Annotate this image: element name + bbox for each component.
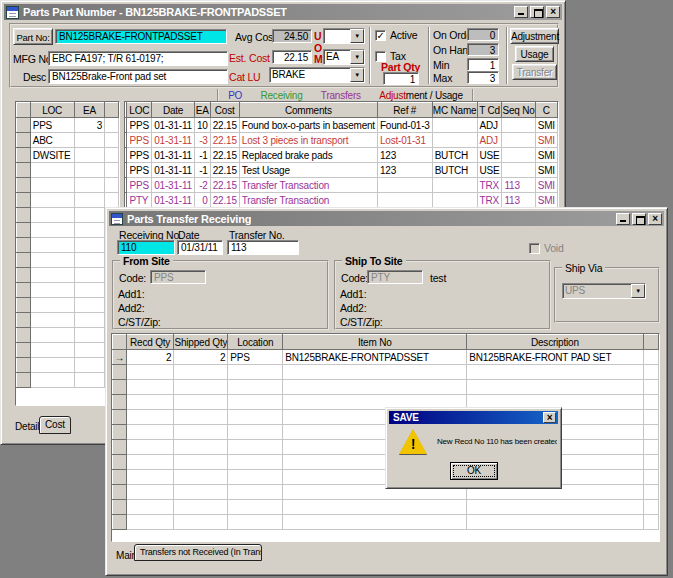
cell[interactable] (126, 485, 174, 500)
cell[interactable]: -1 (194, 148, 210, 163)
cell[interactable]: SMI (535, 148, 557, 163)
cell[interactable]: 113 (502, 193, 535, 208)
row-header[interactable] (17, 253, 31, 268)
column-header[interactable]: Seq No (502, 103, 535, 118)
row-header[interactable]: → (113, 350, 127, 365)
row-header[interactable] (17, 373, 31, 388)
cell[interactable] (643, 515, 658, 530)
cell[interactable] (30, 253, 74, 268)
cell[interactable]: -1 (194, 163, 210, 178)
column-header[interactable]: Cost (210, 103, 239, 118)
cell[interactable] (228, 440, 283, 455)
row-header[interactable] (17, 238, 31, 253)
cell[interactable] (30, 298, 74, 313)
cell[interactable] (126, 500, 174, 515)
cell[interactable] (126, 515, 174, 530)
cell[interactable] (643, 425, 658, 440)
cell[interactable]: ADJ (477, 118, 502, 133)
tab-transfers-not-received[interactable]: Transfers not Received (In Transit) (134, 544, 262, 561)
row-header[interactable] (17, 313, 31, 328)
uom1-combobox[interactable]: ▼ (323, 28, 365, 44)
row-header[interactable] (113, 395, 127, 410)
cell[interactable]: 01-31-11 (152, 148, 195, 163)
row-header[interactable] (17, 163, 31, 178)
cell[interactable]: 113 (502, 178, 535, 193)
cell[interactable] (30, 283, 74, 298)
cell[interactable]: SMI (535, 193, 557, 208)
row-header[interactable] (17, 358, 31, 373)
cell[interactable]: 01-31-11 (152, 178, 195, 193)
row-header[interactable] (113, 485, 127, 500)
max-input[interactable]: 3 (467, 71, 499, 84)
main-titlebar[interactable]: Parts Part Number - BN125BRAKE-FRONTPADS… (4, 4, 562, 20)
cell[interactable]: 3 (74, 118, 105, 133)
close-icon[interactable]: × (543, 412, 556, 423)
cell[interactable]: Replaced brake pads (239, 148, 377, 163)
cell[interactable] (74, 298, 105, 313)
cell[interactable] (74, 283, 105, 298)
mfg-no-input[interactable]: EBC FA197; T/R 61-0197; (48, 51, 228, 66)
column-header[interactable]: Recd Qty (126, 335, 174, 350)
usage-button[interactable]: Usage (515, 46, 554, 62)
cell[interactable] (283, 500, 467, 515)
cell[interactable]: 22.15 (210, 118, 239, 133)
cell[interactable]: SMI (535, 163, 557, 178)
cell[interactable]: 01-31-11 (152, 163, 195, 178)
desc-input[interactable]: BN125Brake-Front pad set (48, 69, 228, 84)
cell[interactable]: PPS (127, 163, 152, 178)
cell[interactable]: 01-31-11 (152, 118, 195, 133)
column-header[interactable]: Location (228, 335, 283, 350)
cell[interactable] (228, 365, 283, 380)
cell[interactable] (30, 163, 74, 178)
row-header[interactable] (113, 380, 127, 395)
chevron-down-icon[interactable]: ▼ (350, 50, 364, 64)
column-header[interactable]: Description (467, 335, 643, 350)
cell[interactable] (174, 470, 228, 485)
row-header[interactable] (113, 515, 127, 530)
adjustment-button[interactable]: Adjustment (510, 28, 559, 44)
cell[interactable]: -2 (194, 178, 210, 193)
cell[interactable] (174, 500, 228, 515)
cell[interactable]: BUTCH (432, 148, 477, 163)
cell[interactable]: PPS (127, 178, 152, 193)
cell[interactable]: 22.15 (210, 193, 239, 208)
cell[interactable] (74, 133, 105, 148)
cell[interactable] (30, 223, 74, 238)
column-header[interactable] (105, 103, 119, 118)
chevron-down-icon[interactable]: ▼ (350, 29, 364, 43)
cell[interactable] (105, 148, 119, 163)
cell[interactable]: BUTCH (432, 163, 477, 178)
cell[interactable] (643, 410, 658, 425)
cell[interactable]: Transfer Transaction (239, 193, 377, 208)
row-header[interactable] (113, 455, 127, 470)
cell[interactable]: PTY (127, 193, 152, 208)
cell[interactable] (126, 365, 174, 380)
cell[interactable] (74, 193, 105, 208)
cell[interactable] (228, 425, 283, 440)
cell[interactable]: 01-31-11 (152, 133, 195, 148)
cell[interactable] (643, 395, 658, 410)
cell[interactable]: BN125BRAKE-FRONTPADSSET (283, 350, 467, 365)
row-header[interactable] (113, 470, 127, 485)
cell[interactable]: ADJ (477, 133, 502, 148)
cell[interactable] (30, 208, 74, 223)
active-checkbox[interactable]: ✓Active (375, 29, 417, 41)
column-header[interactable]: Shipped Qty (174, 335, 228, 350)
cell[interactable] (30, 268, 74, 283)
cell[interactable] (643, 485, 658, 500)
cell[interactable]: 22.15 (210, 133, 239, 148)
est-cost-input[interactable]: 22.15 (272, 50, 312, 64)
cell[interactable] (432, 193, 477, 208)
cell[interactable] (105, 193, 119, 208)
column-header[interactable] (17, 103, 31, 118)
cell[interactable] (283, 380, 467, 395)
cell[interactable]: TRX (477, 178, 502, 193)
cell[interactable] (174, 380, 228, 395)
legend-po[interactable]: PO (228, 90, 242, 101)
cell[interactable]: USE (477, 148, 502, 163)
cell[interactable] (377, 193, 432, 208)
cell[interactable] (126, 410, 174, 425)
part-no-input[interactable]: BN125BRAKE-FRONTPADSSET (55, 29, 227, 44)
cell[interactable] (174, 365, 228, 380)
column-header[interactable]: Date (152, 103, 195, 118)
